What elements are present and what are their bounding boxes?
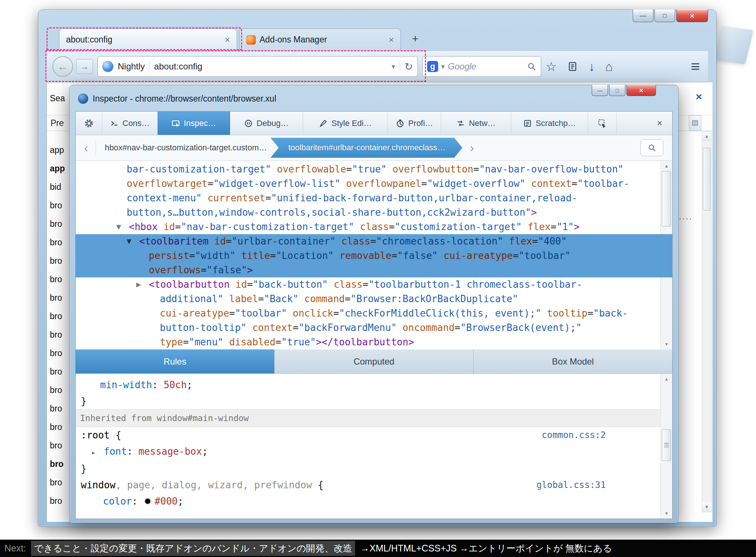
tab-label: Style Edi… (331, 119, 372, 128)
downloads-icon[interactable]: ↓ (588, 59, 595, 74)
highlighter-navbar-outline (45, 50, 426, 82)
breadcrumb-forward-button[interactable]: › (465, 141, 480, 155)
markup-line[interactable]: button,s…button,window-controls,social-s… (76, 205, 672, 220)
search-placeholder: Google (448, 61, 476, 72)
scratchpad-icon (523, 119, 532, 128)
maximize-button[interactable]: □ (654, 10, 675, 22)
minimize-button[interactable]: — (633, 10, 653, 22)
property-value: 50ch (164, 379, 187, 390)
markup-line[interactable]: overflows="false"> (76, 263, 672, 277)
twisty-icon[interactable]: ▼ (116, 220, 121, 234)
markup-line[interactable]: ▼<hbox id="nav-bar-customization-target"… (76, 220, 672, 234)
node-picker-button[interactable] (588, 112, 617, 135)
inspector-title: Inspector - chrome://browser/content/bro… (93, 94, 276, 104)
new-tab-button[interactable]: + (408, 32, 422, 46)
scroll-down-icon[interactable]: ▼ (702, 502, 711, 512)
rule-line[interactable]: } (76, 461, 672, 477)
slide-decoration (714, 25, 754, 64)
markup-line[interactable]: additional" label="Back" command="Browse… (76, 292, 672, 306)
markup-line[interactable]: context-menu" currentset="unified-back-f… (76, 191, 672, 205)
tab-network[interactable]: Netw… (441, 112, 511, 135)
network-icon (456, 119, 465, 128)
rule-line[interactable]: :root {common.css:2 (76, 427, 672, 443)
tab-style-editor[interactable]: Style Edi… (303, 112, 388, 135)
property-value: #000 (155, 496, 178, 507)
close-button[interactable]: × (626, 85, 656, 96)
tab-inspector[interactable]: Inspec… (158, 112, 230, 135)
divider (96, 140, 96, 155)
search-icon[interactable] (527, 62, 536, 71)
breadcrumb-item-selected[interactable]: toolbaritem#urlbar-container.chromeclass… (271, 138, 463, 158)
tab-label: Add-ons Manager (260, 35, 327, 45)
rule-line[interactable]: window, page, dialog, wizard, prefwindow… (76, 477, 672, 493)
devtools-close-button[interactable]: × (649, 112, 670, 135)
markup-line[interactable]: persist="width" title="Location" removab… (76, 249, 672, 263)
maximize-icon: □ (663, 12, 667, 20)
config-search-clear-icon[interactable]: × (695, 90, 702, 103)
markup-line[interactable]: overflowtarget="widget-overflow-list" ov… (76, 177, 672, 191)
search-bar[interactable]: g ▾ Google (422, 56, 541, 77)
twisty-icon[interactable]: ▶ (136, 277, 141, 292)
home-icon[interactable]: ⌂ (605, 59, 613, 74)
breadcrumb-item[interactable]: hbox#nav-bar-customization-target.custom… (98, 138, 274, 158)
note-highlight: できること・設定の変更・既存アドオンのバンドル・アドオンの開発、改造 (31, 541, 355, 556)
twisty-icon[interactable]: ▼ (127, 234, 131, 249)
note-rest: →XML/HTML+CSS+JS →エントリーポイントが 無数にある (360, 542, 612, 554)
color-swatch[interactable] (144, 498, 151, 505)
devtools-toolbar: Cons… Inspec… Debug… Style Edi… Profi… N… (76, 112, 672, 135)
property-name: color (103, 496, 132, 507)
tab-debugger[interactable]: Debug… (230, 112, 303, 135)
rule-line[interactable]: min-width: 50ch; (76, 377, 672, 393)
sidebar-tabs: Rules Computed Box Model (76, 349, 672, 374)
debugger-icon (244, 119, 253, 128)
column-picker-icon[interactable] (689, 115, 701, 131)
stylesheet-link[interactable]: common.css:2 (542, 427, 606, 443)
rules-view[interactable]: ▲ ▼ min-width: 50ch;}Inherited from wind… (76, 374, 672, 519)
property-name: min-width (100, 379, 152, 390)
markup-line[interactable]: cui-areatype="toolbar" onclick="checkFor… (76, 306, 672, 321)
stylesheet-link[interactable]: global.css:31 (536, 477, 606, 493)
search-engine-icon[interactable]: g (427, 61, 438, 72)
markup-line[interactable]: button-tooltip" context="backForwardMenu… (76, 321, 672, 335)
bookmarks-menu-icon[interactable] (567, 61, 578, 72)
tab-box-model[interactable]: Box Model (474, 349, 672, 373)
markup-line[interactable]: ▼<toolbaritem id="urlbar-container" clas… (76, 234, 672, 249)
twisty-icon[interactable]: ▸ (92, 444, 104, 461)
minimize-button[interactable]: — (592, 85, 608, 96)
tab-profiler[interactable]: Profi… (388, 112, 441, 135)
tab-close-icon[interactable]: × (389, 35, 394, 45)
markup-line[interactable]: type="menu" disabled="true"></toolbarbut… (76, 335, 672, 349)
config-search-label: Sea (50, 93, 65, 103)
rule-line[interactable]: } (76, 393, 672, 409)
scroll-down-icon[interactable]: ▼ (661, 509, 672, 518)
config-scrollbar[interactable]: ▲ ▼ (702, 131, 712, 512)
breadcrumb-bar: ‹ hbox#nav-bar-customization-target.cust… (76, 135, 672, 161)
property-name: font (104, 446, 127, 457)
rule-line[interactable]: color: #000; (76, 493, 672, 509)
tab-scratchpad[interactable]: Scratchp… (511, 112, 588, 135)
markup-view[interactable]: ▲ ▼ bar-customization-target" overflowab… (76, 161, 672, 349)
markup-line[interactable]: ▶<toolbarbutton id="back-button" class="… (76, 277, 672, 292)
tab-console[interactable]: Cons… (102, 112, 158, 135)
maximize-button[interactable]: □ (609, 85, 625, 96)
menu-icon[interactable]: ≡ (691, 58, 700, 75)
close-button[interactable]: × (676, 10, 708, 22)
markup-search-box[interactable] (640, 139, 663, 156)
scrollbar-thumb[interactable] (703, 148, 711, 211)
bookmark-star-icon[interactable]: ☆ (546, 59, 557, 74)
tab-addons-manager[interactable]: Add-ons Manager × (239, 28, 401, 51)
breadcrumb-back-button[interactable]: ‹ (79, 141, 93, 155)
devtools-options-button[interactable] (76, 112, 102, 135)
search-dropdown-icon[interactable]: ▾ (441, 62, 445, 71)
tab-computed[interactable]: Computed (275, 349, 474, 373)
tab-label: Inspec… (184, 119, 216, 128)
minimize-icon: — (640, 12, 646, 20)
tab-label: Cons… (123, 119, 150, 128)
inspector-window-icon (78, 93, 88, 104)
markup-line[interactable]: bar-customization-target" overflowable="… (76, 162, 672, 177)
search-icon (647, 143, 656, 152)
profiler-icon (396, 119, 405, 128)
scroll-up-icon[interactable]: ▲ (702, 131, 711, 141)
tab-rules[interactable]: Rules (76, 349, 275, 373)
rule-line[interactable]: ▸font: message-box; (76, 443, 672, 461)
